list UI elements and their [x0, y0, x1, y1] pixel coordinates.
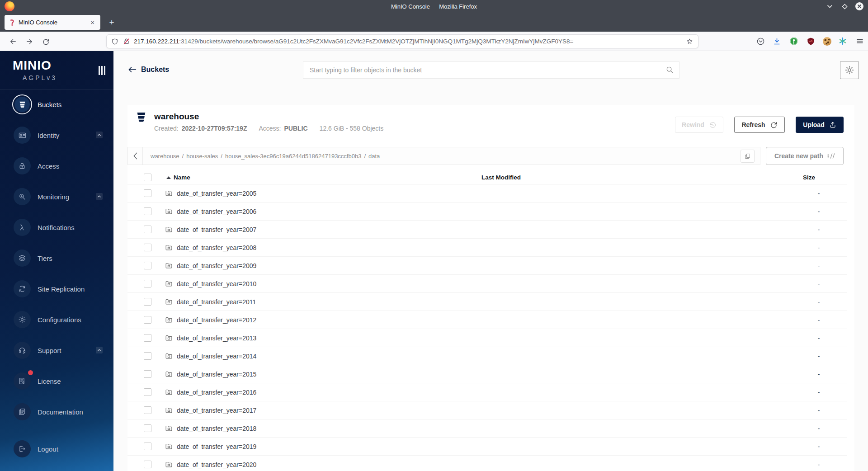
row-checkbox[interactable]: [144, 226, 151, 233]
row-checkbox[interactable]: [144, 316, 151, 324]
insecure-lock-icon[interactable]: [123, 38, 130, 45]
back-button[interactable]: [6, 35, 20, 48]
row-checkbox[interactable]: [144, 461, 151, 468]
table-row[interactable]: date_of_transfer_year=2008 -: [127, 239, 847, 257]
column-header-last-modified: Last Modified: [481, 174, 521, 181]
row-checkbox[interactable]: [144, 370, 151, 378]
documentation-pages-icon: [18, 408, 26, 416]
row-checkbox[interactable]: [144, 189, 151, 197]
table-row[interactable]: date_of_transfer_year=2009 -: [127, 257, 847, 275]
tracking-shield-icon[interactable]: [111, 38, 118, 45]
back-link-label: Buckets: [141, 66, 169, 74]
breadcrumb-house-sales-uuid[interactable]: house_sales-3ec96c19a6244d5186247193cccf…: [225, 153, 361, 160]
copy-path-button[interactable]: [741, 150, 755, 163]
sidebar-nav: Buckets Identity: [0, 89, 113, 464]
tab-close-button[interactable]: ×: [89, 18, 96, 27]
row-checkbox[interactable]: [144, 280, 151, 287]
folder-icon: [165, 226, 173, 233]
extension-green-icon[interactable]: [788, 35, 800, 47]
chevron-up-icon[interactable]: [96, 347, 103, 353]
upload-button[interactable]: Upload: [796, 117, 844, 133]
sidebar-item-buckets[interactable]: Buckets: [0, 89, 113, 120]
row-checkbox[interactable]: [144, 388, 151, 396]
object-size: -: [813, 226, 824, 233]
identity-card-icon: [18, 131, 27, 140]
minio-logo: MINIO: [13, 58, 52, 73]
row-checkbox[interactable]: [144, 424, 151, 432]
create-new-path-button[interactable]: Create new path: [766, 147, 844, 165]
bookmark-star-icon[interactable]: [686, 38, 693, 45]
menu-hamburger-icon[interactable]: [854, 35, 866, 47]
window-minimize-button[interactable]: [826, 2, 834, 10]
row-checkbox[interactable]: [144, 262, 151, 269]
row-checkbox[interactable]: [144, 443, 151, 450]
back-to-buckets-link[interactable]: Buckets: [128, 61, 169, 78]
table-row[interactable]: date_of_transfer_year=2006 -: [127, 203, 847, 221]
row-checkbox[interactable]: [144, 334, 151, 342]
table-row[interactable]: date_of_transfer_year=2016 -: [127, 383, 847, 401]
ublock-origin-icon[interactable]: uO: [805, 35, 816, 47]
sidebar-item-support[interactable]: Support: [0, 335, 113, 366]
table-row[interactable]: date_of_transfer_year=2014 -: [127, 347, 847, 365]
table-row[interactable]: date_of_transfer_year=2019 -: [127, 438, 847, 456]
table-row[interactable]: date_of_transfer_year=2018 -: [127, 419, 847, 438]
table-row[interactable]: date_of_transfer_year=2005 -: [127, 184, 847, 203]
sidebar-item-notifications[interactable]: Notifications: [0, 212, 113, 243]
asterisk-extension-icon[interactable]: [837, 35, 849, 47]
sidebar-item-access[interactable]: Access: [0, 151, 113, 181]
breadcrumb-house-sales[interactable]: house-sales: [186, 153, 218, 160]
table-row[interactable]: date_of_transfer_year=2013 -: [127, 329, 847, 347]
folder-icon: [165, 316, 173, 324]
column-header-name[interactable]: Name: [174, 174, 190, 181]
sidebar-item-identity[interactable]: Identity: [0, 120, 113, 151]
row-checkbox[interactable]: [144, 244, 151, 251]
table-row[interactable]: date_of_transfer_year=2017 -: [127, 401, 847, 419]
sidebar-item-tiers[interactable]: Tiers: [0, 243, 113, 273]
chevron-up-icon[interactable]: [96, 132, 103, 138]
sidebar-item-documentation[interactable]: Documentation: [0, 396, 113, 427]
pocket-icon[interactable]: [755, 35, 766, 47]
table-row[interactable]: date_of_transfer_year=2007 -: [127, 221, 847, 239]
breadcrumb-warehouse[interactable]: warehouse: [151, 153, 179, 160]
settings-gear-button[interactable]: [840, 61, 859, 79]
new-tab-button[interactable]: +: [106, 17, 118, 28]
cookie-extension-icon[interactable]: [821, 35, 833, 47]
row-checkbox[interactable]: [144, 298, 151, 306]
table-row[interactable]: date_of_transfer_year=2015 -: [127, 365, 847, 383]
window-title: MinIO Console — Mozilla Firefox: [0, 3, 868, 10]
table-row[interactable]: date_of_transfer_year=2010 -: [127, 275, 847, 293]
object-size: -: [813, 443, 824, 450]
object-size: -: [813, 425, 824, 432]
folder-icon: [165, 443, 173, 450]
search-input[interactable]: [303, 61, 679, 79]
folder-icon: [165, 280, 173, 287]
sidebar-item-site-replication[interactable]: Site Replication: [0, 273, 113, 304]
refresh-button[interactable]: Refresh: [734, 117, 785, 133]
rewind-button[interactable]: Rewind: [675, 117, 723, 133]
window-close-button[interactable]: [855, 2, 863, 10]
table-row[interactable]: date_of_transfer_year=2012 -: [127, 311, 847, 329]
table-row[interactable]: date_of_transfer_year=2011 -: [127, 293, 847, 311]
breadcrumb-back-button[interactable]: [128, 147, 143, 165]
tab-minio-console[interactable]: MinIO Console ×: [5, 15, 100, 30]
row-checkbox[interactable]: [144, 207, 151, 215]
select-all-checkbox[interactable]: [144, 174, 151, 181]
folder-icon: [165, 262, 173, 269]
table-row[interactable]: date_of_transfer_year=2020 -: [127, 456, 847, 471]
reload-button[interactable]: [39, 35, 52, 48]
breadcrumb-data[interactable]: data: [368, 153, 380, 160]
url-bar[interactable]: 217.160.222.211:31429/buckets/warehouse/…: [106, 34, 698, 48]
sidebar-item-configurations[interactable]: Configurations: [0, 304, 113, 335]
sidebar-item-logout[interactable]: Logout: [0, 433, 113, 464]
object-size: -: [813, 244, 824, 251]
row-checkbox[interactable]: [144, 352, 151, 360]
sidebar-collapse-button[interactable]: [99, 66, 105, 75]
folder-icon: [165, 370, 173, 378]
sidebar-item-license[interactable]: License: [0, 366, 113, 396]
chevron-up-icon[interactable]: [96, 193, 103, 200]
sidebar-item-monitoring[interactable]: Monitoring: [0, 181, 113, 212]
downloads-icon[interactable]: [771, 35, 783, 47]
forward-button[interactable]: [23, 35, 36, 48]
window-maximize-button[interactable]: [840, 2, 849, 10]
row-checkbox[interactable]: [144, 406, 151, 414]
